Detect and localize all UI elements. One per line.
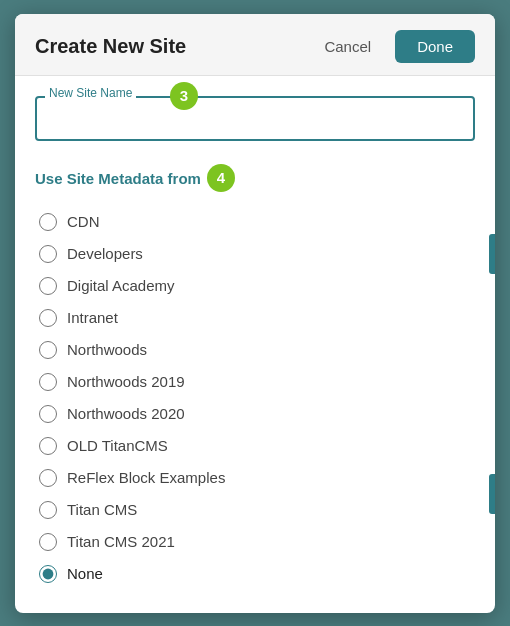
radio-item-titan-cms[interactable]: Titan CMS <box>35 495 475 525</box>
radio-northwoods-2019[interactable] <box>39 373 57 391</box>
dialog-body: New Site Name 3 Use Site Metadata from 4… <box>15 76 495 613</box>
radio-label-northwoods-2020: Northwoods 2020 <box>67 405 185 422</box>
step-3-badge: 3 <box>170 82 198 110</box>
radio-label-cdn: CDN <box>67 213 100 230</box>
metadata-section: Use Site Metadata from 4 CDNDevelopersDi… <box>35 165 475 589</box>
dialog-header: Create New Site Cancel Done <box>15 14 495 76</box>
step-4-badge: 4 <box>207 164 235 192</box>
radio-label-old-titancms: OLD TitanCMS <box>67 437 168 454</box>
radio-cdn[interactable] <box>39 213 57 231</box>
done-button[interactable]: Done <box>395 30 475 63</box>
radio-northwoods-2020[interactable] <box>39 405 57 423</box>
radio-label-developers: Developers <box>67 245 143 262</box>
dialog-title: Create New Site <box>35 35 186 58</box>
radio-titan-cms-2021[interactable] <box>39 533 57 551</box>
radio-item-cdn[interactable]: CDN <box>35 207 475 237</box>
radio-intranet[interactable] <box>39 309 57 327</box>
site-name-field-group: New Site Name 3 <box>35 96 475 141</box>
radio-label-titan-cms-2021: Titan CMS 2021 <box>67 533 175 550</box>
radio-label-titan-cms: Titan CMS <box>67 501 137 518</box>
radio-item-digital-academy[interactable]: Digital Academy <box>35 271 475 301</box>
radio-label-digital-academy: Digital Academy <box>67 277 175 294</box>
radio-developers[interactable] <box>39 245 57 263</box>
radio-none[interactable] <box>39 565 57 583</box>
radio-northwoods[interactable] <box>39 341 57 359</box>
radio-reflex-block[interactable] <box>39 469 57 487</box>
metadata-label: Use Site Metadata from 4 <box>35 165 475 193</box>
header-actions: Cancel Done <box>316 30 475 63</box>
radio-digital-academy[interactable] <box>39 277 57 295</box>
radio-item-old-titancms[interactable]: OLD TitanCMS <box>35 431 475 461</box>
right-edge-accent-1 <box>489 234 495 274</box>
radio-label-northwoods: Northwoods <box>67 341 147 358</box>
radio-item-northwoods-2020[interactable]: Northwoods 2020 <box>35 399 475 429</box>
radio-label-northwoods-2019: Northwoods 2019 <box>67 373 185 390</box>
site-name-label: New Site Name <box>45 86 136 100</box>
radio-titan-cms[interactable] <box>39 501 57 519</box>
radio-item-titan-cms-2021[interactable]: Titan CMS 2021 <box>35 527 475 557</box>
radio-label-reflex-block: ReFlex Block Examples <box>67 469 225 486</box>
create-new-site-dialog: Create New Site Cancel Done New Site Nam… <box>15 14 495 613</box>
site-name-input[interactable] <box>35 96 475 141</box>
radio-item-intranet[interactable]: Intranet <box>35 303 475 333</box>
metadata-options-list: CDNDevelopersDigital AcademyIntranetNort… <box>35 207 475 589</box>
radio-label-none: None <box>67 565 103 582</box>
radio-item-reflex-block[interactable]: ReFlex Block Examples <box>35 463 475 493</box>
radio-label-intranet: Intranet <box>67 309 118 326</box>
cancel-button[interactable]: Cancel <box>316 34 379 59</box>
radio-old-titancms[interactable] <box>39 437 57 455</box>
radio-item-northwoods[interactable]: Northwoods <box>35 335 475 365</box>
radio-item-none[interactable]: None <box>35 559 475 589</box>
right-edge-accent-2 <box>489 474 495 514</box>
radio-item-northwoods-2019[interactable]: Northwoods 2019 <box>35 367 475 397</box>
radio-item-developers[interactable]: Developers <box>35 239 475 269</box>
